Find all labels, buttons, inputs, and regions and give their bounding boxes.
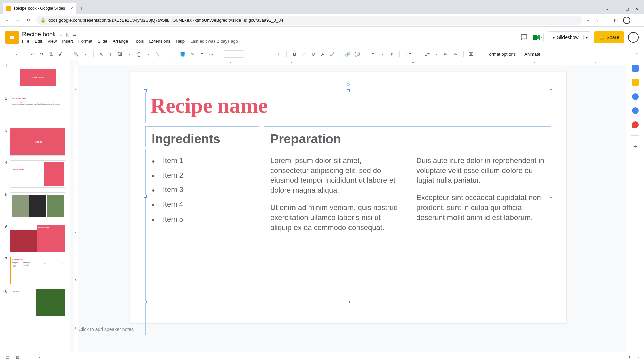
collapse-toolbar-icon[interactable]: ⌃ xyxy=(634,52,640,57)
reload-icon[interactable]: ⟳ xyxy=(25,17,32,23)
ingredients-body-box[interactable]: Item 1 Item 2 Item 3 Item 4 Item 5 xyxy=(145,149,259,335)
inc-indent-button[interactable]: ⇥ xyxy=(452,52,459,57)
preparation-col2-box[interactable]: Duis aute irure dolor in reprehenderit i… xyxy=(410,149,551,335)
slide-thumb-4[interactable]: 4 Recipe name xyxy=(3,160,65,188)
slide-thumb-7[interactable]: 7 Recipe nameIngredients• Item 1• Item 2… xyxy=(3,257,65,284)
browser-tab[interactable]: Recipe book - Google Slides × xyxy=(3,3,76,14)
chevron-down-icon[interactable]: ⌄ xyxy=(605,6,609,11)
resize-handle-mr[interactable] xyxy=(550,195,552,198)
font-size-field[interactable] xyxy=(263,51,272,57)
rotation-handle[interactable] xyxy=(347,83,350,86)
new-slide-drop[interactable]: ▾ xyxy=(13,53,19,56)
image-drop[interactable]: ▾ xyxy=(126,53,132,56)
menu-tools[interactable]: Tools xyxy=(133,39,144,44)
resize-handle-mb[interactable] xyxy=(347,301,350,303)
add-panel-icon[interactable]: + xyxy=(633,143,637,151)
textbox-tool[interactable]: T xyxy=(108,52,114,57)
zoom-drop[interactable]: ▾ xyxy=(83,53,89,56)
dec-indent-button[interactable]: ⇤ xyxy=(443,52,449,57)
slide-thumb-8[interactable]: 8 Contact xyxy=(3,289,65,316)
account-avatar[interactable] xyxy=(628,32,639,43)
bold-button[interactable]: B xyxy=(291,52,298,57)
border-weight-button[interactable]: ≡ xyxy=(199,52,205,57)
link-button[interactable]: 🔗 xyxy=(345,52,351,57)
selection-box[interactable]: Recipe name Ingredients Preparation Item… xyxy=(145,90,551,302)
zoom-button[interactable]: 🔍 xyxy=(73,52,79,57)
slides-logo[interactable] xyxy=(5,31,19,44)
resize-handle-tl[interactable] xyxy=(144,89,147,92)
expand-side-icon[interactable]: › xyxy=(637,355,639,360)
share-button[interactable]: 🔒 Share xyxy=(594,31,624,43)
resize-handle-br[interactable] xyxy=(550,301,552,303)
line-drop[interactable]: ▾ xyxy=(164,53,170,56)
slide-canvas[interactable]: Recipe name Ingredients Preparation Item… xyxy=(130,72,566,323)
dec-font-button[interactable]: − xyxy=(254,52,260,57)
extensions-icon[interactable]: ⬚ xyxy=(604,18,608,23)
bullet-drop[interactable]: ▾ xyxy=(415,53,421,56)
menu-help[interactable]: Help xyxy=(176,39,185,44)
comment-button[interactable]: 💬 xyxy=(354,52,360,57)
print-button[interactable]: 🖶 xyxy=(48,52,54,57)
slide-thumb-5[interactable]: 5 xyxy=(3,192,65,220)
menu-edit[interactable]: Edit xyxy=(35,39,42,44)
last-edit-link[interactable]: Last edit was 2 days ago xyxy=(190,39,238,44)
align-button[interactable]: ≡ xyxy=(370,52,376,57)
collapse-filmstrip-icon[interactable]: ‹ xyxy=(39,355,40,360)
move-icon[interactable]: ⍃ xyxy=(66,32,69,37)
undo-button[interactable]: ↶ xyxy=(29,52,35,57)
ingredients-header-box[interactable]: Ingredients xyxy=(145,126,259,147)
highlight-button[interactable]: 🖍 xyxy=(329,52,335,57)
numbered-drop[interactable]: ▾ xyxy=(434,53,440,56)
resize-handle-mt[interactable] xyxy=(347,89,350,92)
title-textbox[interactable]: Recipe name xyxy=(145,91,551,123)
slide-thumb-2[interactable]: 2 About the chefLorem ipsum dolor sit am… xyxy=(3,96,65,123)
close-tab-icon[interactable]: × xyxy=(70,6,73,11)
star-icon[interactable]: ☆ xyxy=(59,32,63,37)
redo-button[interactable]: ↷ xyxy=(39,52,45,57)
side-panel-icon[interactable]: ◧ xyxy=(613,18,618,23)
paint-format-button[interactable]: 🖌 xyxy=(57,52,63,57)
contacts-icon[interactable] xyxy=(632,107,639,114)
animate-button[interactable]: Animate xyxy=(522,52,543,57)
image-tool[interactable]: 🖼 xyxy=(117,52,123,57)
meet-button[interactable]: ▾ xyxy=(532,33,544,42)
select-tool[interactable]: ↖ xyxy=(98,52,104,57)
shape-tool[interactable]: ◯ xyxy=(136,52,142,57)
format-options-button[interactable]: Format options xyxy=(484,52,519,57)
preparation-header-box[interactable]: Preparation xyxy=(264,126,551,147)
underline-button[interactable]: U xyxy=(310,52,316,57)
slide-thumb-3[interactable]: 3 Recipes xyxy=(3,128,65,156)
explore-icon[interactable]: ✦ xyxy=(628,355,631,360)
comment-history-icon[interactable] xyxy=(520,34,528,41)
forward-icon[interactable]: → xyxy=(15,17,21,23)
menu-insert[interactable]: Insert xyxy=(62,39,73,44)
slideshow-button[interactable]: ▸Slideshow ▾ xyxy=(548,31,590,43)
menu-arrange[interactable]: Arrange xyxy=(113,39,128,44)
maps-icon[interactable] xyxy=(632,121,639,128)
slide-thumb-6[interactable]: 6 RECIPE NAME xyxy=(3,225,65,252)
tasks-icon[interactable] xyxy=(632,93,639,100)
shape-drop[interactable]: ▾ xyxy=(145,53,151,56)
numbered-list-button[interactable]: 1≡ xyxy=(424,52,430,57)
minimize-icon[interactable]: — xyxy=(615,6,619,11)
italic-button[interactable]: I xyxy=(301,52,307,57)
slide-thumb-1[interactable]: 1 Simple Snacks xyxy=(3,64,65,91)
clear-format-button[interactable]: ⌧ xyxy=(468,52,474,57)
menu-file[interactable]: File xyxy=(22,39,29,44)
menu-slide[interactable]: Slide xyxy=(98,39,107,44)
slideshow-dropdown[interactable]: ▾ xyxy=(583,35,590,40)
canvas-area[interactable]: 123456789 123456 Recipe name Ingredients xyxy=(70,60,626,352)
preparation-col1-box[interactable]: Lorem ipsum dolor sit amet, consectetur … xyxy=(264,149,405,335)
menu-icon[interactable]: ⋮ xyxy=(636,18,640,23)
menu-format[interactable]: Format xyxy=(78,39,92,44)
calendar-icon[interactable] xyxy=(632,65,639,72)
border-color-button[interactable]: ✎ xyxy=(189,52,195,57)
new-slide-button[interactable]: + xyxy=(4,52,10,57)
align-drop[interactable]: ▾ xyxy=(379,53,385,56)
bookmark-icon[interactable]: ☆ xyxy=(595,18,599,23)
resize-handle-tr[interactable] xyxy=(550,89,552,92)
document-title[interactable]: Recipe book xyxy=(22,31,56,38)
bullet-list-button[interactable]: ⋮≡ xyxy=(405,52,412,57)
filmstrip-view-icon[interactable]: ▤ xyxy=(5,355,9,360)
menu-view[interactable]: View xyxy=(47,39,57,44)
